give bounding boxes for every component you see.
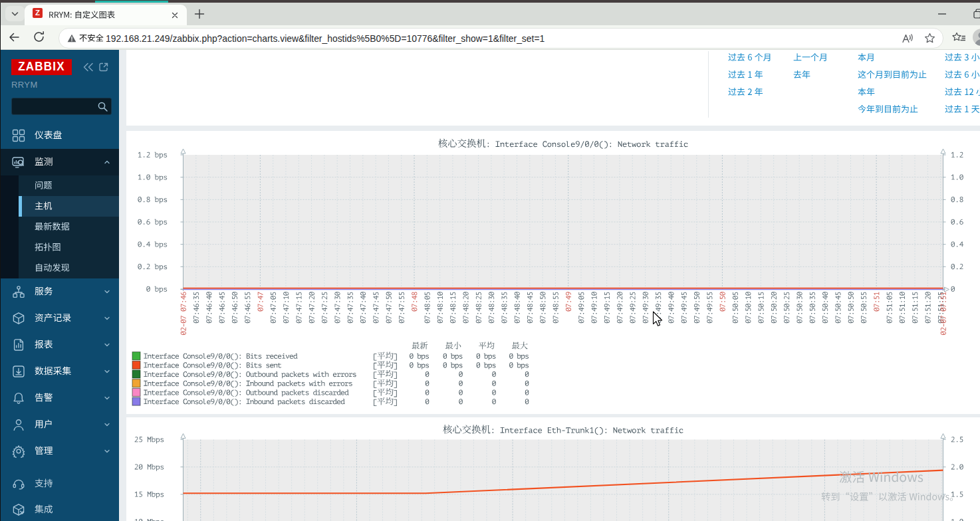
mouse-cursor — [652, 311, 665, 328]
watermark-line2-text — [821, 490, 959, 504]
watermark-line1-text — [839, 469, 923, 487]
watermark-line2 — [821, 490, 959, 507]
window-left-edge — [0, 3, 1, 521]
watermark-line1 — [839, 469, 923, 490]
charts-canvas[interactable] — [0, 0, 980, 521]
